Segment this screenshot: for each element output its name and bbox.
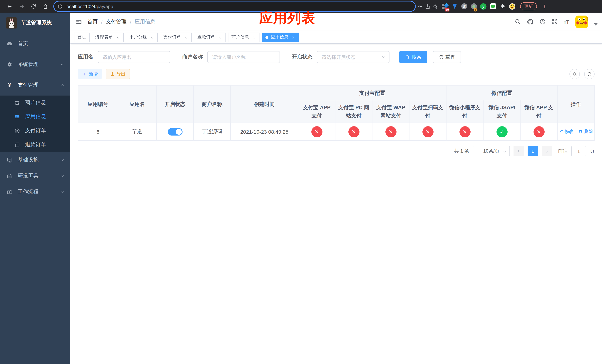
cell-app-id: 6 — [78, 123, 118, 140]
export-button[interactable]: 导出 — [106, 69, 130, 79]
reset-button[interactable]: 重置 — [433, 51, 461, 63]
profile-avatar-icon[interactable] — [509, 3, 515, 10]
status-select[interactable] — [317, 51, 389, 63]
close-icon[interactable]: × — [149, 35, 154, 40]
avatar-caret-down-icon[interactable] — [594, 23, 598, 25]
sidebar-item-infra[interactable]: 基础设施 — [0, 152, 70, 168]
extension-recorder-icon[interactable]: 1 — [471, 3, 477, 10]
goto-page-input[interactable] — [571, 146, 586, 156]
password-key-icon[interactable] — [417, 3, 423, 9]
breadcrumb-home[interactable]: 首页 — [87, 18, 98, 25]
status-select-input[interactable] — [317, 51, 389, 63]
col-header-app-name: 应用名 — [118, 85, 156, 123]
chevron-down-icon — [60, 189, 64, 194]
help-icon[interactable] — [539, 19, 546, 25]
group-header-wechat: 微信配置 — [446, 85, 557, 100]
tab-pay-order[interactable]: 支付订单× — [160, 32, 192, 42]
fullscreen-icon[interactable] — [551, 19, 558, 25]
github-icon[interactable] — [527, 18, 533, 25]
page-number-1[interactable]: 1 — [527, 146, 538, 156]
breadcrumb: 首页 / 支付管理 / 应用信息 — [87, 18, 155, 25]
col-header-status: 开启状态 — [156, 85, 194, 123]
tab-user-group[interactable]: 用户分组× — [126, 32, 158, 42]
search-icon — [405, 55, 410, 59]
status-toggle[interactable] — [168, 128, 182, 135]
sidebar-item-label: 应用信息 — [25, 113, 46, 120]
sidebar-item-label: 研发工具 — [18, 172, 60, 179]
monitor-icon — [7, 157, 13, 163]
share-icon[interactable] — [425, 3, 430, 9]
chevron-down-icon — [60, 62, 64, 67]
merchant-name-label: 商户名称 — [182, 54, 203, 60]
extensions-puzzle-icon[interactable] — [499, 3, 506, 10]
browser-menu-icon[interactable]: ⋮ — [542, 3, 547, 9]
sidebar-item-refund-order[interactable]: 退款订单 — [0, 138, 70, 152]
merchant-name-input[interactable] — [207, 51, 280, 63]
close-icon[interactable]: × — [251, 35, 257, 40]
plus-icon: ＋ — [82, 71, 87, 77]
site-info-icon[interactable] — [58, 4, 63, 9]
close-icon[interactable]: × — [217, 35, 223, 40]
cell-status — [156, 123, 194, 140]
app-table: 应用编号 应用名 开启状态 商户名称 创建时间 支付宝配置 微信配置 操作 支付… — [78, 85, 595, 141]
chevron-down-icon — [381, 54, 386, 59]
browser-update-button[interactable]: 更新 — [520, 2, 537, 10]
col-header-merchant: 商户名称 — [194, 85, 230, 123]
close-icon[interactable]: × — [291, 35, 296, 40]
extension-command-icon[interactable]: ⌘ — [461, 3, 467, 10]
extension-y-icon[interactable]: y — [480, 3, 486, 10]
reload-icon[interactable] — [29, 1, 38, 11]
close-icon[interactable]: × — [115, 35, 120, 40]
cell-merchant: 芋道源码 — [194, 123, 230, 140]
sidebar-collapse-icon[interactable] — [70, 18, 87, 25]
extension-kite-icon[interactable] — [451, 3, 458, 10]
url-bar[interactable]: localhost:1024/pay/app — [54, 1, 415, 11]
delete-link[interactable]: 删除 — [579, 128, 593, 135]
page-size-select[interactable]: 10条/页 — [473, 146, 510, 156]
sidebar-item-workflow[interactable]: 工作流程 — [0, 184, 70, 200]
forward-icon[interactable] — [17, 1, 26, 11]
header-search-icon[interactable] — [515, 19, 521, 25]
app-logo-row[interactable]: 芋道管理系统 — [0, 13, 70, 33]
tab-home[interactable]: 首页 — [74, 32, 90, 42]
show-search-button[interactable] — [570, 69, 580, 79]
sub-header-alipay-app: 支付宝 APP 支付 — [298, 100, 335, 123]
sidebar-item-app-info[interactable]: 应用信息 — [0, 110, 70, 124]
sidebar-item-pay-order[interactable]: 支付订单 — [0, 124, 70, 138]
page-unit: 页 — [590, 148, 595, 154]
close-icon[interactable]: × — [183, 35, 188, 40]
yen-icon: ¥ — [7, 82, 13, 88]
bookmark-star-icon[interactable] — [432, 3, 438, 9]
user-avatar[interactable] — [575, 15, 588, 28]
sidebar-item-label: 支付管理 — [18, 82, 60, 88]
tab-merchant-info[interactable]: 商户信息× — [228, 32, 260, 42]
font-size-icon[interactable]: тT — [564, 19, 570, 25]
workflow-icon — [7, 189, 13, 195]
sidebar-item-dev-tools[interactable]: 研发工具 — [0, 168, 70, 184]
sidebar-item-merchant-info[interactable]: 商户信息 — [0, 96, 70, 110]
grid-icon — [14, 114, 20, 119]
tab-app-info[interactable]: 应用信息× — [262, 32, 299, 42]
edit-link[interactable]: 修改 — [559, 128, 573, 135]
refresh-table-button[interactable] — [584, 69, 595, 79]
pay-order-icon — [14, 128, 20, 133]
sidebar-item-system[interactable]: 系统管理 — [0, 54, 70, 75]
extension-chat-icon[interactable] — [490, 3, 496, 10]
sidebar-item-pay[interactable]: ¥ 支付管理 — [0, 75, 70, 96]
home-icon[interactable] — [40, 1, 50, 11]
extension-grid-icon[interactable]: 10 — [442, 3, 448, 10]
pagination-total: 共 1 条 — [454, 148, 469, 154]
breadcrumb-pay[interactable]: 支付管理 — [106, 18, 127, 25]
add-button[interactable]: ＋ 新增 — [78, 69, 102, 79]
app-name-input[interactable] — [98, 51, 170, 63]
search-button[interactable]: 搜索 — [399, 51, 427, 63]
sidebar-item-home[interactable]: 首页 — [0, 33, 70, 54]
channel-status-icon: ✓ — [496, 126, 507, 137]
back-icon[interactable] — [5, 1, 14, 11]
tab-refund-order[interactable]: 退款订单× — [194, 32, 226, 42]
group-header-alipay: 支付宝配置 — [298, 85, 446, 100]
prev-page-button[interactable] — [514, 146, 524, 156]
tab-process-form[interactable]: 流程表单× — [92, 32, 124, 42]
next-page-button[interactable] — [542, 146, 552, 156]
status-label: 开启状态 — [292, 54, 312, 60]
